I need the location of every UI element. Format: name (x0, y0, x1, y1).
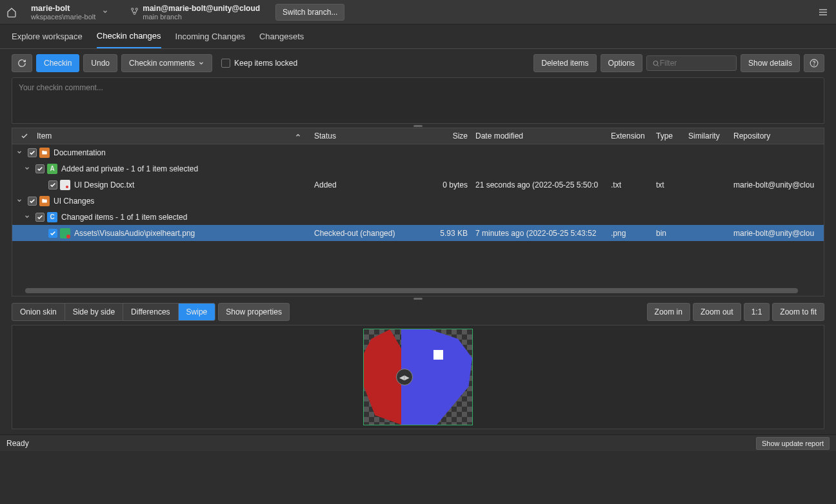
tab-explore[interactable]: Explore workspace (12, 25, 83, 48)
diff-mode-segment: Onion skin Side by side Differences Swip… (12, 303, 215, 321)
row-checkbox[interactable] (28, 197, 37, 206)
file-type: bin (652, 229, 684, 238)
group-label: UI Changes (54, 197, 94, 206)
workspace-path: wkspaces\marie-bolt (31, 13, 95, 21)
col-extension[interactable]: Extension (607, 131, 652, 141)
status-text: Ready (6, 439, 29, 448)
file-repo: marie-bolt@unity@clou (730, 180, 820, 189)
caret-icon[interactable] (24, 213, 33, 222)
svg-point-0 (132, 8, 134, 10)
refresh-icon (17, 59, 26, 68)
tab-checkin[interactable]: Checkin changes (97, 24, 161, 48)
group-ui-changes[interactable]: UI Changes (12, 193, 824, 209)
subgroup-label: Changed items - 1 of 1 item selected (61, 213, 187, 222)
horizontal-scrollbar[interactable] (25, 288, 798, 293)
toolbar: Checkin Undo Checkin comments Keep items… (0, 49, 836, 77)
row-checkbox[interactable] (35, 213, 45, 222)
file-name: UI Design Doc.txt (74, 180, 310, 189)
splitter[interactable] (0, 296, 836, 300)
folder-icon (39, 148, 50, 158)
show-details-button[interactable]: Show details (741, 54, 800, 72)
svg-point-6 (653, 61, 658, 65)
row-checkbox[interactable] (48, 229, 57, 238)
diff-toolbar: Onion skin Side by side Differences Swip… (12, 303, 824, 321)
workspace-crumb[interactable]: marie-bolt wkspaces\marie-bolt (23, 0, 116, 24)
branch-icon (130, 7, 139, 17)
file-name: Assets\VisualsAudio\pixelheart.png (74, 229, 310, 238)
refresh-button[interactable] (12, 54, 32, 72)
mode-sbs[interactable]: Side by side (65, 304, 123, 320)
image-preview: ◀▶ (363, 329, 473, 425)
col-size[interactable]: Size (426, 131, 472, 141)
hamburger-icon (818, 7, 828, 17)
file-date: 7 minutes ago (2022-05-25 5:43:52 (472, 229, 607, 238)
col-type[interactable]: Type (652, 131, 684, 141)
subgroup-changed[interactable]: C Changed items - 1 of 1 item selected (12, 209, 824, 225)
help-button[interactable] (804, 54, 824, 72)
zoom-out-button[interactable]: Zoom out (693, 303, 741, 321)
checkbox-icon (221, 59, 230, 68)
keep-locked-checkbox[interactable]: Keep items locked (221, 59, 297, 68)
zoom-fit-button[interactable]: Zoom to fit (772, 303, 824, 321)
mode-differences[interactable]: Differences (123, 304, 178, 320)
caret-icon[interactable] (16, 148, 25, 157)
home-button[interactable] (0, 0, 23, 24)
svg-line-7 (657, 64, 659, 66)
col-item[interactable]: Item (33, 131, 310, 141)
mode-swipe[interactable]: Swipe (179, 304, 215, 320)
menu-button[interactable] (810, 7, 836, 17)
file-ext: .png (607, 229, 652, 238)
tab-changesets[interactable]: Changesets (259, 25, 304, 48)
diff-view[interactable]: ◀▶ (12, 325, 824, 429)
svg-point-9 (814, 65, 815, 66)
row-checkbox[interactable] (48, 180, 57, 189)
col-status[interactable]: Status (310, 131, 426, 141)
deleted-items-button[interactable]: Deleted items (533, 54, 596, 72)
col-similarity[interactable]: Similarity (684, 131, 730, 141)
subgroup-added[interactable]: A Added and private - 1 of 1 item select… (12, 160, 824, 177)
group-label: Documentation (54, 148, 106, 157)
sort-asc-icon (295, 131, 306, 141)
file-date: 21 seconds ago (2022-05-25 5:50:0 (472, 180, 607, 189)
folder-icon (39, 196, 50, 206)
svg-point-2 (134, 12, 135, 14)
tab-incoming[interactable]: Incoming Changes (175, 25, 245, 48)
mode-onion[interactable]: Onion skin (12, 304, 65, 320)
file-status: Added (310, 180, 426, 189)
branch-crumb[interactable]: main@marie-bolt@unity@cloud main branch (116, 0, 268, 24)
col-repository[interactable]: Repository (730, 131, 820, 141)
col-date[interactable]: Date modified (472, 131, 607, 141)
checkin-comment-input[interactable]: Your checkin comment... (12, 77, 824, 124)
file-size: 0 bytes (426, 180, 472, 189)
caret-icon[interactable] (16, 197, 25, 206)
workspace-name: marie-bolt (31, 4, 95, 13)
checkin-button[interactable]: Checkin (36, 54, 79, 72)
zoom-in-button[interactable]: Zoom in (647, 303, 690, 321)
svg-point-1 (135, 8, 137, 10)
group-documentation[interactable]: Documentation (12, 144, 824, 160)
row-checkbox[interactable] (28, 148, 37, 157)
chevron-down-icon (198, 60, 204, 66)
switch-branch-button[interactable]: Switch branch... (275, 4, 344, 21)
undo-button[interactable]: Undo (83, 54, 117, 72)
show-properties-button[interactable]: Show properties (218, 303, 290, 321)
caret-icon[interactable] (24, 164, 33, 173)
header-checkbox[interactable] (16, 132, 33, 140)
checkin-comments-button[interactable]: Checkin comments (121, 54, 212, 72)
filter-field[interactable] (646, 55, 737, 71)
filter-input[interactable] (660, 59, 731, 68)
help-icon (810, 59, 819, 68)
options-button[interactable]: Options (601, 54, 642, 72)
zoom-1-1-button[interactable]: 1:1 (744, 303, 770, 321)
file-repo: marie-bolt@unity@clou (730, 229, 820, 238)
added-badge: A (47, 164, 57, 174)
keep-locked-label: Keep items locked (234, 59, 297, 68)
txt-file-icon (60, 180, 70, 190)
show-update-report-button[interactable]: Show update report (756, 437, 830, 450)
file-row[interactable]: UI Design Doc.txt Added 0 bytes 21 secon… (12, 177, 824, 193)
swipe-handle[interactable]: ◀▶ (396, 369, 413, 385)
file-row-selected[interactable]: Assets\VisualsAudio\pixelheart.png Check… (12, 225, 824, 241)
subgroup-label: Added and private - 1 of 1 item selected (61, 164, 198, 173)
row-checkbox[interactable] (35, 164, 45, 173)
file-type: txt (652, 180, 684, 189)
